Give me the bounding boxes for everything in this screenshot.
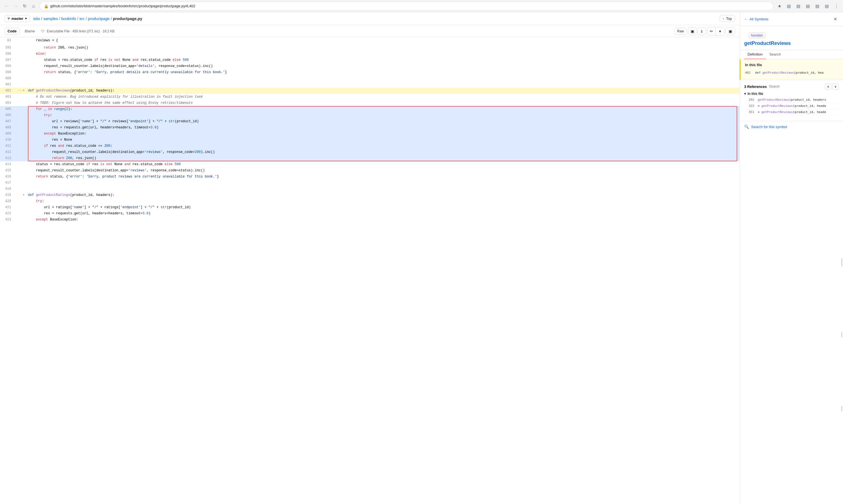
code-panel: ⑂ master ▾ istio / samples / bookinfo / … [0,12,740,504]
raw-button[interactable]: Raw [674,28,687,35]
definition-result-line: 402 def getProductReviews(product_id, he… [745,71,839,74]
copy-button[interactable]: ▣ [688,28,697,35]
refs-count-label: 3 References [744,85,767,89]
gutter-423 [15,217,26,223]
branch-selector[interactable]: ⑂ master ▾ [4,15,30,22]
code-line-400: 400 [0,75,739,82]
gutter-413 [15,155,26,161]
breadcrumb-link-src[interactable]: src [79,16,85,21]
more-edit-button[interactable]: ▾ [716,28,724,35]
nav-buttons: ← → ↻ ⌂ [3,2,37,10]
gutter-397 [15,57,26,63]
breadcrumb: istio / samples / bookinfo / src / produ… [33,16,142,21]
code-line-401: 401 [0,82,739,88]
breadcrumb-link-istio[interactable]: istio [33,16,40,21]
edit-btn-group: ✏ ▾ [707,27,724,35]
refs-search-input[interactable] [769,85,811,88]
gutter-422 [15,211,26,217]
gutter-406 [15,112,26,118]
top-button[interactable]: ↑ Top [720,15,735,22]
refs-code-351: 351 = getProductReviews(product_id, head… [749,110,839,114]
definition-result[interactable]: 402 def getProductReviews(product_id, he… [745,69,839,76]
code-line-408: 408 res = requests.get(url, headers=head… [0,124,739,131]
gutter-409 [15,131,26,137]
reload-button[interactable]: ↻ [21,2,29,10]
download-button[interactable]: ⇓ [698,28,706,35]
tab-definition[interactable]: Definition [744,50,766,59]
gutter-421 [15,204,26,211]
file-toolbar: Code Blame 🛡 Executable File · 456 lines… [0,25,739,37]
refs-item-322[interactable]: 322 = getProductReviews(product_id, head… [744,103,839,109]
all-symbols-back-button[interactable]: ← All Symbols [744,17,769,21]
gutter-418 [15,186,26,192]
gutter-398 [15,63,26,69]
breadcrumb-link-productpage[interactable]: productpage [88,16,110,21]
scrollbar-thumb-2 [841,332,842,337]
branch-chevron-icon: ▾ [25,17,27,20]
gutter-402: ··· ▾ [15,88,26,94]
gutter-420 [15,198,26,204]
code-line-418: 418 [0,186,739,192]
back-button[interactable]: ← [3,2,11,10]
more-options-button[interactable]: ⋮ [832,2,840,10]
refs-item-351[interactable]: 351 = getProductReviews(product_id, head… [744,109,839,115]
panel-close-button[interactable]: ✕ [832,16,839,22]
refs-group-header[interactable]: ▾ In this file [744,92,839,96]
breadcrumb-link-bookinfo[interactable]: bookinfo [61,16,76,21]
gutter-411 [15,143,26,149]
code-view[interactable]: 82 reviews = { 395 return 200, res.json(… [0,37,739,504]
refs-group-collapse-icon: ▾ [744,92,746,96]
bookmark-star-button[interactable]: ★ [775,2,783,10]
code-line-395: 395 return 200, res.json() [0,44,739,51]
forward-button[interactable]: → [12,2,20,10]
code-line-409: 409 except BaseException: [0,131,739,137]
tab-code[interactable]: Code [4,28,20,35]
three-dots-icon[interactable]: ··· [17,88,22,94]
refs-prev-button[interactable]: ∧ [825,84,831,90]
search-icon: 🔍 [744,124,749,129]
collapse-arrow-419[interactable]: ▾ [23,192,24,198]
code-line-417: 417 [0,180,739,186]
code-line-410: 410 res = None [0,137,739,143]
refs-code-322: 322 = getProductReviews(product_id, head… [749,104,839,108]
gutter-403 [15,94,26,100]
tab-search[interactable]: Search [766,50,784,59]
file-meta: Executable File · 456 lines (371 loc) · … [47,29,114,33]
symbols-button[interactable]: ▣ [725,28,735,35]
symbol-name[interactable]: getProductReviews [740,39,843,50]
extension-button-3[interactable]: ▤ [804,2,812,10]
search-for-symbol[interactable]: 🔍 Search for this symbol [740,121,843,132]
code-line-402: 402 ··· ▾ def getProductReviews(product_… [0,88,739,94]
extension-button-5[interactable]: ▤ [823,2,831,10]
collapse-arrow-icon[interactable]: ▾ [23,88,24,94]
refs-group-label: In this file [748,92,763,96]
code-line-407: 407 url = reviews['name'] + "/" + review… [0,118,739,124]
code-line-420: 420 try: [0,198,739,204]
gutter-400 [15,75,26,82]
repo-header: ⑂ master ▾ istio / samples / bookinfo / … [0,12,739,25]
edit-button[interactable]: ✏ [707,28,716,35]
refs-group-in-file: ▾ In this file 292 getProductReviews(pro… [744,92,839,115]
gutter-412 [15,149,26,155]
code-line-403: 403 # Do not remove. Bug introduced expl… [0,94,739,100]
git-branch-icon: ⑂ [7,16,10,21]
main-layout: ⑂ master ▾ istio / samples / bookinfo / … [0,12,843,504]
extension-button-4[interactable]: ▤ [813,2,821,10]
lock-icon: 🔒 [44,4,49,8]
gutter-417 [15,180,26,186]
code-line-416: 416 return status, {'error': 'Sorry, pro… [0,174,739,180]
refs-next-button[interactable]: ∨ [832,84,839,90]
gutter-408 [15,124,26,131]
extension-button-2[interactable]: ▤ [794,2,802,10]
tab-blame[interactable]: Blame [22,28,38,34]
address-bar[interactable]: 🔒 github.com/istio/istio/blob/master/sam… [40,2,773,11]
extension-button-1[interactable]: ▤ [785,2,793,10]
home-button[interactable]: ⌂ [30,2,37,10]
shield-icon: 🛡 [41,29,44,33]
breadcrumb-link-samples[interactable]: samples [43,16,58,21]
gutter-395 [15,44,26,51]
all-symbols-label: All Symbols [750,17,769,21]
code-line-411: 411 if res and res.status_code == 200: [0,143,739,149]
refs-item-292[interactable]: 292 getProductReviews(product_id, header… [744,97,839,103]
code-line-413: 413 return 200, res.json() [0,155,739,161]
